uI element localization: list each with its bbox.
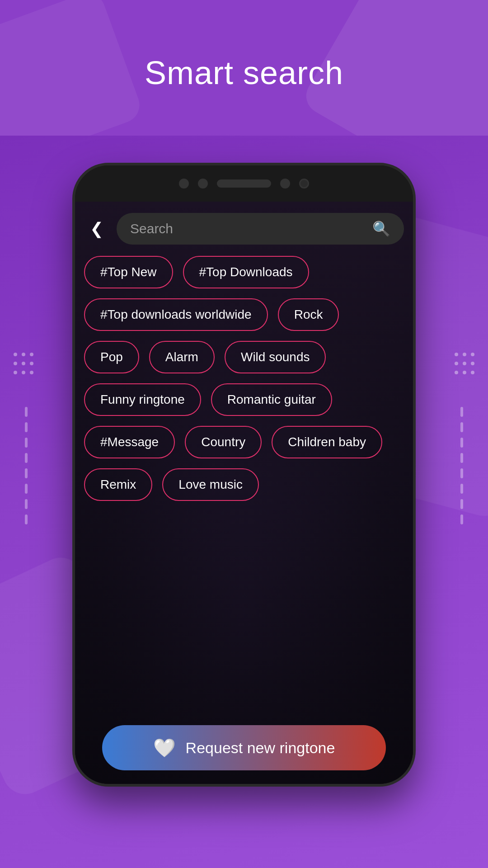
request-button-label: Request new ringtone (186, 739, 335, 757)
front-camera-left (179, 179, 189, 189)
decorative-dashes-left (25, 407, 28, 530)
sensor-dot (280, 179, 290, 189)
search-bar[interactable]: Search 🔍 (117, 213, 404, 245)
search-bar-container: ❮ Search 🔍 (84, 211, 404, 247)
search-icon: 🔍 (372, 220, 390, 237)
tag-top-new[interactable]: #Top New (84, 256, 173, 288)
tag-alarm[interactable]: Alarm (149, 341, 215, 373)
request-button[interactable]: 🤍 Request new ringtone (102, 725, 386, 770)
tags-container: #Top New#Top Downloads#Top downloads wor… (84, 256, 404, 501)
page-title: Smart search (0, 54, 488, 91)
front-camera-main (299, 179, 309, 189)
phone-mockup: ❮ Search 🔍 #Top New#Top Downloads#Top do… (72, 163, 416, 787)
tag-wild-sounds[interactable]: Wild sounds (225, 341, 326, 373)
tag-remix[interactable]: Remix (84, 468, 152, 501)
search-placeholder: Search (130, 221, 173, 236)
tag-top-downloads[interactable]: #Top Downloads (183, 256, 309, 288)
tag-love-music[interactable]: Love music (162, 468, 259, 501)
power-button (413, 283, 416, 328)
tag-message[interactable]: #Message (84, 426, 175, 458)
decorative-dots-left (14, 353, 33, 374)
tag-funny-ringtone[interactable]: Funny ringtone (84, 383, 201, 416)
tag-romantic-guitar[interactable]: Romantic guitar (211, 383, 332, 416)
tag-top-downloads-worldwide[interactable]: #Top downloads worldwide (84, 298, 268, 331)
tag-rock[interactable]: Rock (278, 298, 339, 331)
phone-top-bar (75, 165, 413, 202)
request-heart-icon: 🤍 (153, 737, 176, 759)
phone-speaker (217, 179, 271, 188)
decorative-dots-right (455, 353, 474, 374)
decorative-dashes-right (460, 407, 463, 530)
phone-screen: ❮ Search 🔍 #Top New#Top Downloads#Top do… (75, 202, 413, 784)
tag-children-baby[interactable]: Children baby (272, 426, 382, 458)
back-button[interactable]: ❮ (84, 216, 109, 241)
tag-pop[interactable]: Pop (84, 341, 139, 373)
tag-country[interactable]: Country (185, 426, 262, 458)
front-camera-right (198, 179, 208, 189)
